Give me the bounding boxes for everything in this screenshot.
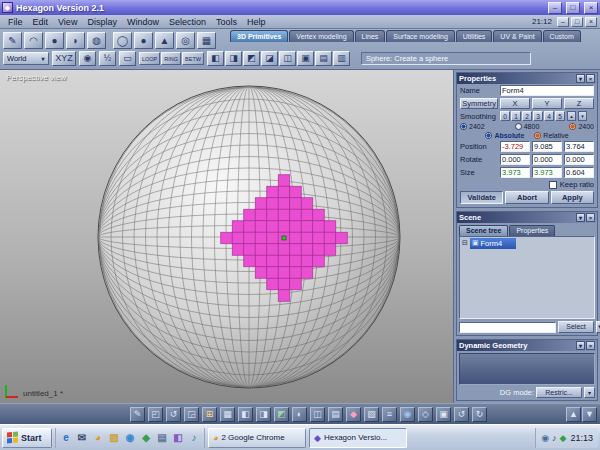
- arc-tool-icon[interactable]: ◠: [24, 32, 43, 49]
- rotate-x-input[interactable]: [500, 154, 530, 165]
- close-icon[interactable]: ×: [586, 74, 595, 83]
- tree-expand-icon[interactable]: ⊟: [462, 239, 468, 247]
- radio-icon[interactable]: [460, 123, 467, 130]
- scene-object-form4[interactable]: ▣ Form4: [470, 238, 516, 249]
- sphere-primitive-icon[interactable]: ●: [134, 32, 153, 49]
- loop-button[interactable]: LOOP: [139, 52, 160, 65]
- strip-measure-icon[interactable]: ≡: [382, 407, 397, 422]
- radio-icon[interactable]: [569, 123, 576, 130]
- task-google-chrome[interactable]: ◕ 2 Google Chrome: [208, 428, 306, 448]
- smoothing-5[interactable]: 5: [555, 111, 565, 121]
- quick-launch-doc-icon[interactable]: ▤: [155, 431, 169, 445]
- menu-display[interactable]: Display: [82, 17, 122, 27]
- quick-launch-paint-icon[interactable]: ◧: [171, 431, 185, 445]
- size-x-input[interactable]: [500, 167, 530, 178]
- strip-bridge-icon[interactable]: ▤: [328, 407, 343, 422]
- menu-help[interactable]: Help: [242, 17, 271, 27]
- face-tool-icon[interactable]: ◪: [261, 51, 278, 66]
- close-icon[interactable]: ×: [586, 213, 595, 222]
- symmetry-x-button[interactable]: X: [500, 98, 530, 109]
- child-minimize-button[interactable]: –: [557, 17, 569, 27]
- camera-icon[interactable]: ◉: [79, 51, 96, 66]
- radio-icon[interactable]: [485, 132, 492, 139]
- strip-extrude-icon[interactable]: ◫: [310, 407, 325, 422]
- position-z-input[interactable]: [564, 141, 594, 152]
- count-option-3[interactable]: 2400: [569, 123, 594, 130]
- between-button[interactable]: BETW: [182, 52, 204, 65]
- smoothing-3[interactable]: 3: [533, 111, 543, 121]
- dynamic-geometry-header[interactable]: Dynamic Geometry ▾ ×: [457, 340, 597, 351]
- scene-panel-header[interactable]: Scene ▾ ×: [457, 212, 597, 223]
- select-down-icon[interactable]: ▼: [596, 321, 600, 333]
- strip-grid-icon[interactable]: ▦: [220, 407, 235, 422]
- keep-ratio-checkbox[interactable]: [549, 181, 557, 189]
- ring-button[interactable]: RING: [161, 52, 181, 65]
- quick-launch-shield-icon[interactable]: ◆: [139, 431, 153, 445]
- size-y-input[interactable]: [532, 167, 562, 178]
- tab-lines[interactable]: Lines: [355, 30, 386, 42]
- strip-scroll-up-icon[interactable]: ▲: [566, 407, 581, 422]
- strip-light-icon[interactable]: ◇: [418, 407, 433, 422]
- maximize-button[interactable]: □: [566, 2, 580, 14]
- strip-scroll-down-icon[interactable]: ▼: [582, 407, 597, 422]
- dg-mode-button[interactable]: Restric...: [536, 387, 582, 398]
- strip-subdivide-icon[interactable]: ◩: [274, 407, 289, 422]
- material-tool-icon[interactable]: ◍: [87, 32, 106, 49]
- facet-tool-icon[interactable]: ◧: [207, 51, 224, 66]
- sphere-tool-icon[interactable]: ●: [45, 32, 64, 49]
- strip-select-icon[interactable]: ✎: [130, 407, 145, 422]
- smoothing-2[interactable]: 2: [522, 111, 532, 121]
- quick-launch-ie-icon[interactable]: e: [59, 431, 73, 445]
- perspective-viewport[interactable]: Perspective view untitled_1 *: [0, 70, 454, 403]
- bevel-tool-icon[interactable]: ▣: [297, 51, 314, 66]
- scene-tree[interactable]: ⊟ ▣ Form4: [459, 236, 595, 319]
- child-close-button[interactable]: ×: [585, 17, 597, 27]
- count-option-2[interactable]: 4800: [515, 123, 540, 130]
- validate-button[interactable]: Validate: [460, 191, 503, 204]
- xyz-button[interactable]: XYZ: [52, 51, 76, 66]
- tray-network-icon[interactable]: ◉: [541, 431, 549, 445]
- menu-tools[interactable]: Tools: [211, 17, 242, 27]
- quick-launch-music-icon[interactable]: ♪: [187, 431, 201, 445]
- apply-button[interactable]: Apply: [551, 191, 594, 204]
- quick-launch-folder-icon[interactable]: ▨: [107, 431, 121, 445]
- torus-primitive-icon[interactable]: ◎: [176, 32, 195, 49]
- edge-tool-icon[interactable]: ◨: [225, 51, 242, 66]
- rotate-z-input[interactable]: [564, 154, 594, 165]
- shading-tool-icon[interactable]: ◗: [66, 32, 85, 49]
- tab-surface-modeling[interactable]: Surface modeling: [386, 30, 454, 42]
- size-z-input[interactable]: [564, 167, 594, 178]
- viewport-canvas[interactable]: [0, 70, 454, 403]
- tab-custom[interactable]: Custom: [543, 30, 581, 42]
- name-input[interactable]: [500, 85, 594, 96]
- count-option-1[interactable]: 2402: [460, 123, 485, 130]
- close-icon[interactable]: ×: [586, 341, 595, 350]
- radio-icon[interactable]: [534, 132, 541, 139]
- scene-tab-tree[interactable]: Scene tree: [459, 225, 508, 236]
- smoothing-up-icon[interactable]: ▴: [567, 111, 576, 121]
- symmetry-button[interactable]: Symmetry: [460, 98, 498, 109]
- pencil-tool-icon[interactable]: ✎: [3, 32, 22, 49]
- task-hexagon[interactable]: ◆ Hexagon Versio...: [309, 428, 407, 448]
- properties-panel-header[interactable]: Properties ▾ ×: [457, 73, 597, 84]
- quick-launch-mail-icon[interactable]: ✉: [75, 431, 89, 445]
- ring-tool-icon[interactable]: ▥: [333, 51, 350, 66]
- scene-filter-input[interactable]: [459, 322, 556, 333]
- radio-icon[interactable]: [515, 123, 522, 130]
- cone-primitive-icon[interactable]: ▲: [155, 32, 174, 49]
- tray-shield-icon[interactable]: ◆: [560, 431, 567, 445]
- collapse-icon[interactable]: ▾: [576, 74, 585, 83]
- smoothing-4[interactable]: 4: [544, 111, 554, 121]
- vertex-tool-icon[interactable]: ◩: [243, 51, 260, 66]
- smoothing-down-icon[interactable]: ▾: [578, 111, 587, 121]
- start-button[interactable]: Start: [2, 428, 52, 448]
- dg-mode-dropdown-icon[interactable]: ▾: [584, 387, 595, 398]
- close-button[interactable]: ×: [584, 2, 598, 14]
- select-button[interactable]: Select: [558, 321, 594, 333]
- strip-rotate-icon[interactable]: ↺: [166, 407, 181, 422]
- strip-render-icon[interactable]: ▣: [436, 407, 451, 422]
- strip-camera-icon[interactable]: ◉: [400, 407, 415, 422]
- quick-launch-media-icon[interactable]: ◉: [123, 431, 137, 445]
- strip-smooth-icon[interactable]: ◐: [292, 407, 307, 422]
- collapse-icon[interactable]: ▾: [576, 341, 585, 350]
